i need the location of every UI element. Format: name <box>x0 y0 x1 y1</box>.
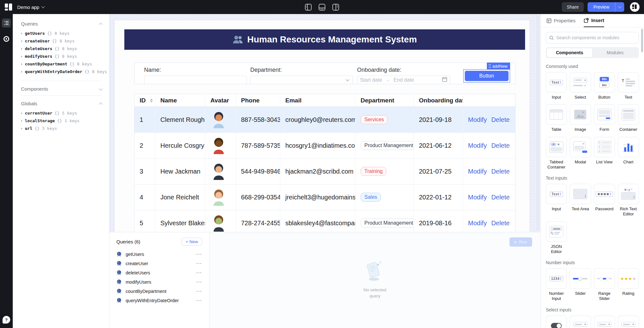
new-query-button[interactable]: + New <box>181 238 202 246</box>
inspector-item[interactable]: countByDepartment{} 8 keys <box>21 60 102 68</box>
right-panel-scrollbar[interactable] <box>641 29 643 52</box>
component-card[interactable]: ✱✱✱✱IPassword <box>594 184 615 217</box>
segment-components[interactable]: Components <box>547 48 592 57</box>
delete-link[interactable]: Delete <box>491 168 510 175</box>
component-card[interactable]: Container <box>618 104 639 132</box>
component-card[interactable]: 1234INumber Input <box>546 268 567 302</box>
component-card[interactable]: Slider <box>570 268 591 302</box>
component-card[interactable]: ▾ ✓Select <box>570 72 591 100</box>
inspector-item[interactable]: url{} 3 keys <box>21 125 102 132</box>
component-card[interactable]: IText Area <box>570 184 591 217</box>
department-filter-select[interactable] <box>250 76 353 84</box>
delete-link[interactable]: Delete <box>491 142 510 149</box>
inspector-item[interactable]: queryWithEntryDateOrder{} 8 keys <box>21 68 102 76</box>
column-header[interactable]: Name <box>155 94 205 107</box>
toggle-left-panel-icon[interactable] <box>305 4 312 11</box>
query-menu-icon[interactable]: ··· <box>196 261 202 266</box>
component-card[interactable]: Image <box>570 104 591 132</box>
name-filter-input[interactable] <box>144 76 247 84</box>
component-card[interactable]: B I A “”IRich Text Editor <box>618 184 639 217</box>
query-menu-icon[interactable]: ··· <box>196 280 202 285</box>
inspector-item[interactable]: deleteUsers{} 8 keys <box>21 45 102 53</box>
inspector-item[interactable]: localStorage{} 1 keys <box>21 117 102 125</box>
component-card[interactable]: TextIInput <box>546 72 567 100</box>
canvas-scrollbar[interactable] <box>536 16 539 230</box>
expand-triangle-icon[interactable] <box>21 40 23 42</box>
query-menu-icon[interactable]: ··· <box>196 270 202 275</box>
column-header[interactable]: Onboarding date <box>414 94 463 107</box>
add-new-button-widget[interactable]: Button <box>465 71 509 81</box>
query-menu-icon[interactable]: ··· <box>196 252 202 257</box>
share-button[interactable]: Share <box>562 2 584 12</box>
component-card[interactable]: TText <box>618 72 639 100</box>
component-card[interactable]: ABTabbed Container <box>546 137 567 170</box>
inspector-item[interactable]: createUser{} 8 keys <box>21 37 102 45</box>
component-card[interactable]: ✕Modal <box>570 137 591 170</box>
query-menu-icon[interactable]: ··· <box>196 298 202 303</box>
query-item[interactable]: deleteUsers··· <box>116 268 202 277</box>
calendar-icon[interactable] <box>442 77 447 83</box>
column-header[interactable]: ID <box>135 94 155 107</box>
component-card[interactable]: Table <box>546 104 567 132</box>
component-card[interactable]: Chart <box>618 137 639 170</box>
column-header[interactable] <box>463 94 516 107</box>
modify-link[interactable]: Modify <box>468 194 487 201</box>
component-card[interactable]: ★★★★Rating <box>618 268 639 302</box>
modify-link[interactable]: Modify <box>468 168 487 175</box>
modify-link[interactable]: Modify <box>468 142 487 149</box>
query-item[interactable]: getUsers··· <box>116 250 202 259</box>
selected-button-widget[interactable]: addNew Button <box>463 69 510 83</box>
component-card[interactable]: Range Slider <box>594 268 615 302</box>
component-card[interactable] <box>546 316 567 328</box>
modify-link[interactable]: Modify <box>468 220 487 227</box>
expand-triangle-icon[interactable] <box>21 128 23 130</box>
tab-insert[interactable]: Insert <box>584 14 604 27</box>
component-card[interactable]: BtnBtnButton <box>594 72 615 100</box>
section-components[interactable]: Components <box>21 85 102 95</box>
drag-handle-icon[interactable] <box>489 64 491 68</box>
table-widget[interactable]: IDNameAvatarPhoneEmailDepartmentOnboardi… <box>134 94 516 236</box>
delete-link[interactable]: Delete <box>491 220 510 227</box>
table-row[interactable]: 1 Clement Roughley 887-558-3043 croughle… <box>135 107 515 133</box>
delete-link[interactable]: Delete <box>491 116 510 123</box>
column-header[interactable]: Department <box>355 94 414 107</box>
query-item[interactable]: countByDepartment··· <box>116 287 202 296</box>
date-range-input[interactable]: Start date → End date <box>357 76 450 84</box>
expand-triangle-icon[interactable] <box>21 71 23 73</box>
sort-icon[interactable] <box>150 99 153 102</box>
app-title-widget[interactable]: Human Resources Management System <box>124 29 525 50</box>
expand-triangle-icon[interactable] <box>21 48 23 50</box>
account-avatar[interactable] <box>630 2 640 12</box>
component-card[interactable]: TextIInput <box>546 184 567 217</box>
expand-triangle-icon[interactable] <box>21 56 23 57</box>
inspector-icon[interactable] <box>2 19 11 27</box>
preview-button[interactable]: Preview <box>588 2 615 12</box>
component-card[interactable]: Form <box>594 104 615 132</box>
query-item[interactable]: modifyUsers··· <box>116 277 202 287</box>
segment-modules[interactable]: Modules <box>592 48 638 57</box>
preview-dropdown-button[interactable] <box>615 2 624 12</box>
table-row[interactable]: 3 Hew Jackman 544-949-8946 hjackman2@scr… <box>135 159 515 184</box>
help-icon[interactable]: ? <box>3 316 10 324</box>
filter-panel-widget[interactable]: Name: Department: Onboarding date: Start… <box>134 63 516 84</box>
inspector-item[interactable]: getUsers{} 8 keys <box>21 30 102 37</box>
widget-name-badge[interactable]: addNew <box>487 63 510 70</box>
query-item[interactable]: createUser··· <box>116 259 202 268</box>
expand-triangle-icon[interactable] <box>21 63 23 65</box>
component-search-input[interactable] <box>556 35 635 40</box>
component-card[interactable]: JSONJSON Editor <box>546 221 567 255</box>
inspector-item[interactable]: currentUser{} 5 keys <box>21 109 102 117</box>
inspector-item[interactable]: modifyUsers{} 8 keys <box>21 53 102 60</box>
tab-properties[interactable]: Properties <box>546 14 575 27</box>
column-header[interactable]: Avatar <box>205 94 236 107</box>
expand-triangle-icon[interactable] <box>21 112 23 114</box>
editor-canvas[interactable]: Human Resources Management System Name: … <box>109 14 540 328</box>
expand-triangle-icon[interactable] <box>21 33 23 34</box>
query-item[interactable]: queryWithEntryDateOrder··· <box>116 296 202 305</box>
query-menu-icon[interactable]: ··· <box>196 289 202 294</box>
table-row[interactable]: 4 Jone Reichelt 668-299-0354 jreichelt3@… <box>135 184 515 210</box>
component-card[interactable]: ▾ <box>570 316 591 328</box>
toggle-right-panel-icon[interactable] <box>332 4 340 11</box>
column-header[interactable]: Email <box>280 94 355 107</box>
toggle-bottom-panel-icon[interactable] <box>318 4 326 11</box>
